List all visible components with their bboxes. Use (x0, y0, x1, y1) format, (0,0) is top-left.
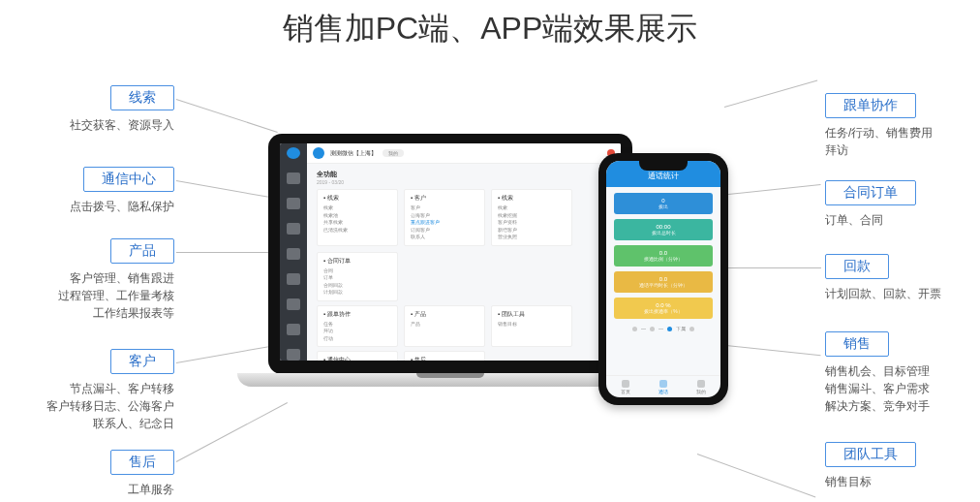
feature-tag: 客户 (110, 349, 174, 374)
card-item[interactable]: 合同回款 (323, 282, 391, 290)
card-item[interactable]: 联系人 (411, 234, 478, 241)
card-item[interactable]: 已清洗线索 (323, 227, 391, 235)
leader-line (724, 79, 817, 108)
card-item[interactable]: 营业执照 (498, 234, 566, 241)
nav-icon[interactable] (287, 223, 300, 235)
feature-tag: 跟单协作 (825, 93, 916, 118)
tab-label: 首页 (621, 389, 630, 394)
module-card[interactable]: ▪ 跟单协作任务拜访行动 (317, 305, 398, 348)
module-card[interactable]: ▪ 售后工单服务 (404, 351, 485, 361)
card-head: ▪ 跟单协作 (323, 310, 391, 319)
leader-line (697, 454, 816, 497)
card-item[interactable]: 共享线索 (323, 219, 391, 227)
module-card[interactable]: ▪ 客户客户公海客户重点跟进客户订阅客户联系人 (404, 189, 485, 246)
app-content: 全功能 2019 - 03/20 ▪ 线索线索线索池共享线索已清洗线索▪ 客户客… (307, 164, 621, 361)
trash-icon[interactable] (287, 349, 300, 361)
stat-card[interactable]: 0.0通话平均时长（分钟） (614, 271, 713, 293)
scope-chip[interactable]: 我的 (383, 149, 404, 157)
card-item[interactable]: 线索 (498, 204, 566, 212)
module-card[interactable]: ▪ 产品产品 (404, 305, 485, 348)
phone-notch (639, 161, 688, 171)
tab-首页[interactable]: 首页 (606, 376, 644, 397)
nav-icon[interactable] (287, 273, 300, 285)
stat-label: 通话平均时长（分钟） (614, 282, 713, 288)
stat-label: 接通比例（分钟） (614, 256, 713, 262)
card-item[interactable]: 线索池 (323, 212, 391, 220)
feature-comm: 通信中心 点击拨号、隐私保护 (0, 167, 174, 215)
stat-label: 拨出 (614, 204, 713, 209)
tab-icon (659, 380, 667, 388)
card-item[interactable]: 订单 (323, 274, 391, 282)
card-item[interactable]: 订阅客户 (411, 227, 478, 235)
tab-label: 我的 (696, 389, 706, 394)
feature-desc: 客户管理、销售跟进 过程管理、工作量考核 工作结果报表等 (0, 269, 174, 322)
card-item[interactable]: 合同 (323, 267, 391, 275)
feature-payment: 回款 计划回款、回款、开票 (825, 254, 980, 302)
card-item[interactable]: 新增客户 (498, 227, 566, 235)
stat-card[interactable]: 00:00拨出总时长 (614, 219, 713, 240)
leader-line (726, 345, 821, 356)
nav-icon[interactable] (287, 248, 300, 260)
leader-line (728, 184, 821, 195)
phone-mockup: 通话统计 0拨出00:00拨出总时长0.0接通比例（分钟）0.0通话平均时长（分… (598, 153, 728, 405)
feature-team: 团队工具 销售目标 (825, 442, 980, 490)
feature-customer: 客户 节点漏斗、客户转移 客户转移日志、公海客户 联系人、纪念日 (0, 349, 174, 432)
gear-icon[interactable] (287, 298, 300, 310)
card-head: ▪ 售后 (411, 356, 478, 361)
card-item[interactable]: 客户 (411, 204, 478, 212)
feature-aftersale: 售后 工单服务 (0, 450, 174, 498)
feature-tag: 销售 (825, 331, 889, 357)
feature-desc: 工单服务 (0, 481, 174, 498)
card-item[interactable]: 公海客户 (411, 212, 478, 220)
card-item[interactable]: 计划回款 (323, 289, 391, 297)
card-item[interactable]: 任务 (323, 321, 391, 329)
tab-我的[interactable]: 我的 (683, 376, 720, 397)
stat-card[interactable]: 0拨出 (614, 193, 713, 214)
page-title: 销售加PC端、APP端效果展示 (0, 8, 980, 50)
module-card[interactable]: ▪ 线索线索线索池共享线索已清洗线索 (317, 189, 398, 246)
module-card[interactable]: ▪ 团队工具销售目标 (491, 305, 572, 348)
phone-screen: 通话统计 0拨出00:00拨出总时长0.0接通比例（分钟）0.0通话平均时长（分… (606, 161, 720, 397)
card-head: ▪ 通信中心 (323, 356, 391, 361)
tab-通话[interactable]: 通话 (644, 376, 682, 397)
feature-tag: 团队工具 (825, 442, 916, 467)
step-indicator: —— 下属 (614, 326, 713, 331)
app-logo-icon[interactable] (287, 147, 300, 159)
card-head: ▪ 线索 (323, 194, 391, 203)
nav-icon[interactable] (287, 198, 300, 209)
nav-icon[interactable] (287, 324, 300, 335)
module-card[interactable]: ▪ 线索线索线索挖掘客户资料新增客户营业执照 (491, 189, 572, 246)
stat-card[interactable]: 0.0接通比例（分钟） (614, 245, 713, 267)
laptop-frame: 测测微信【上海】 我的 全功能 2019 - 03/20 ▪ 线索线索线索池共享… (268, 134, 632, 374)
app-side-rail (280, 143, 307, 361)
feature-follow: 跟单协作 任务/行动、销售费用 拜访 (825, 93, 980, 159)
card-item[interactable]: 行动 (323, 335, 391, 343)
card-item[interactable]: 线索 (323, 204, 391, 212)
card-item[interactable]: 产品 (411, 321, 478, 329)
feature-desc: 社交获客、资源导入 (0, 116, 174, 134)
nav-icon[interactable] (287, 173, 300, 184)
module-card[interactable]: ▪ 通信中心通话中心 (317, 351, 398, 361)
card-item[interactable]: 客户资料 (498, 219, 566, 227)
phone-tabbar: 首页通话我的 (606, 375, 720, 397)
feature-desc: 节点漏斗、客户转移 客户转移日志、公海客户 联系人、纪念日 (0, 380, 174, 432)
module-card[interactable]: ▪ 合同订单合同订单合同回款计划回款 (317, 252, 398, 301)
card-item[interactable]: 拜访 (323, 328, 391, 335)
feature-desc: 销售目标 (825, 473, 980, 490)
section-title: 全功能 (317, 170, 611, 179)
card-item[interactable]: 销售目标 (498, 321, 566, 329)
card-head: ▪ 合同订单 (323, 257, 391, 266)
stat-card[interactable]: 0.0 %拨出接通率（%） (614, 298, 713, 319)
laptop-mockup: 测测微信【上海】 我的 全功能 2019 - 03/20 ▪ 线索线索线索池共享… (257, 134, 644, 387)
avatar-icon[interactable] (313, 147, 324, 159)
step-label: 下属 (676, 326, 686, 331)
tab-icon (697, 380, 705, 388)
card-item[interactable]: 重点跟进客户 (411, 219, 478, 227)
stat-label: 拨出接通率（%） (614, 308, 713, 314)
stat-label: 拨出总时长 (614, 230, 713, 235)
phone-body: 0拨出00:00拨出总时长0.0接通比例（分钟）0.0通话平均时长（分钟）0.0… (606, 187, 720, 375)
section-subtitle: 2019 - 03/20 (317, 179, 611, 185)
card-item[interactable]: 线索挖掘 (498, 212, 566, 220)
feature-tag: 合同订单 (825, 180, 916, 205)
tab-icon (622, 380, 629, 388)
